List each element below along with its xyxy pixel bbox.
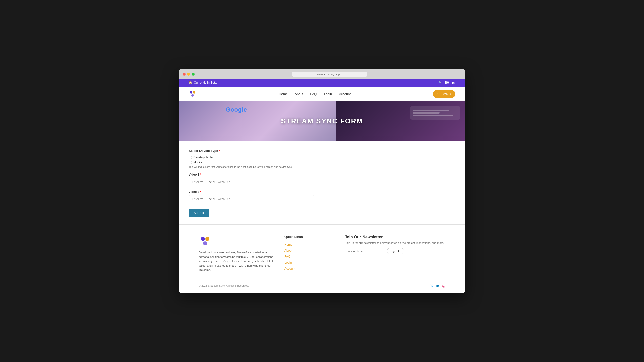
- hero-banner: Google STREAM SYNC FORM: [179, 101, 465, 141]
- footer-grid: Developed by a solo designer, StreamSync…: [199, 235, 445, 273]
- nav-login[interactable]: Login: [324, 92, 332, 96]
- hero-bar-2: [413, 112, 440, 114]
- home-icon: 🏠: [189, 81, 192, 84]
- footer: Developed by a solo designer, StreamSync…: [179, 225, 465, 293]
- desktop-radio[interactable]: [189, 156, 192, 159]
- logo-icon: [189, 90, 197, 98]
- video2-field: Video 2 *: [189, 190, 455, 203]
- newsletter-email-input[interactable]: [345, 248, 385, 254]
- linkedin-social-icon[interactable]: in: [436, 284, 439, 288]
- radio-group: Desktop/Tablet Mobile: [189, 156, 455, 164]
- instagram-icon[interactable]: ◎: [442, 284, 445, 288]
- newsletter-title: Join Our Newsletter: [345, 235, 445, 239]
- mobile-radio-label[interactable]: Mobile: [189, 161, 455, 164]
- close-dot[interactable]: [183, 73, 186, 76]
- svg-point-2: [191, 94, 194, 97]
- svg-point-3: [201, 237, 205, 241]
- footer-home-link[interactable]: Home: [284, 243, 292, 246]
- address-bar-container: www.streamsync.pro: [198, 72, 461, 77]
- announcement-bar: 🏠 Currently In Beta 🔍 Bē in: [179, 79, 465, 87]
- svg-point-0: [190, 91, 192, 94]
- video1-required: *: [199, 173, 201, 176]
- video2-label: Video 2 *: [189, 190, 455, 194]
- video2-required: *: [199, 190, 201, 194]
- footer-newsletter: Join Our Newsletter Sign up for our news…: [345, 235, 445, 273]
- footer-account-link[interactable]: Account: [284, 267, 295, 270]
- newsletter-form: Sign Up: [345, 248, 445, 254]
- video1-field: Video 1 *: [189, 173, 455, 186]
- device-type-section: Select Device Type * Desktop/Tablet Mobi…: [189, 149, 455, 168]
- footer-links-section: Quick Links Home About FAQ Login Account: [284, 235, 335, 273]
- video1-input[interactable]: [189, 178, 314, 186]
- quick-links-title: Quick Links: [284, 235, 335, 239]
- browser-dots: [183, 73, 195, 76]
- video1-label: Video 1 *: [189, 173, 455, 176]
- hero-title: STREAM SYNC FORM: [281, 117, 363, 125]
- footer-login-link[interactable]: Login: [284, 261, 292, 264]
- required-marker: *: [218, 149, 220, 153]
- sync-button[interactable]: ⟳ SYNC: [433, 90, 455, 98]
- footer-links-list: Home About FAQ Login Account: [284, 242, 335, 271]
- behance-icon[interactable]: Bē: [445, 81, 449, 85]
- nav-home[interactable]: Home: [279, 92, 288, 96]
- form-hint: This will make sure that your experience…: [189, 166, 455, 168]
- nav-about[interactable]: About: [295, 92, 303, 96]
- svg-point-1: [193, 91, 195, 94]
- search-icon[interactable]: 🔍: [438, 81, 442, 85]
- submit-button[interactable]: Submit: [189, 209, 209, 217]
- sync-label: SYNC: [442, 92, 451, 96]
- twitter-icon[interactable]: 𝕏: [430, 284, 433, 288]
- footer-bottom: © 2024 J. Stream Sync. All Rights Reserv…: [199, 280, 445, 288]
- browser-chrome: www.streamsync.pro: [179, 69, 465, 79]
- announcement-left: 🏠 Currently In Beta: [189, 81, 217, 84]
- minimize-dot[interactable]: [187, 73, 190, 76]
- nav-faq[interactable]: FAQ: [310, 92, 317, 96]
- nav-links: Home About FAQ Login Account: [279, 92, 351, 96]
- svg-point-4: [205, 237, 209, 241]
- hero-bar-1: [413, 110, 449, 111]
- hero-bar-3: [413, 115, 453, 116]
- footer-copyright: © 2024 J. Stream Sync. All Rights Reserv…: [199, 284, 249, 287]
- mobile-label: Mobile: [193, 161, 202, 164]
- google-text: Google: [226, 106, 247, 113]
- footer-faq-link[interactable]: FAQ: [284, 255, 290, 258]
- hero-right-content: [410, 106, 460, 120]
- video2-input[interactable]: [189, 195, 314, 203]
- announcement-icons: 🔍 Bē in: [438, 81, 455, 85]
- newsletter-desc: Sign up for our newsletter to enjoy upda…: [345, 241, 445, 244]
- mobile-radio[interactable]: [189, 161, 192, 164]
- fullscreen-dot[interactable]: [192, 73, 195, 76]
- announcement-text: Currently In Beta: [194, 81, 217, 84]
- footer-logo-section: Developed by a solo designer, StreamSync…: [199, 235, 274, 273]
- address-bar[interactable]: www.streamsync.pro: [292, 72, 367, 77]
- nav-account[interactable]: Account: [339, 92, 351, 96]
- logo: [189, 90, 197, 98]
- sync-icon: ⟳: [437, 92, 440, 96]
- desktop-radio-label[interactable]: Desktop/Tablet: [189, 156, 455, 159]
- browser-content: 🏠 Currently In Beta 🔍 Bē in Home About: [179, 79, 465, 293]
- main-nav: Home About FAQ Login Account ⟳ SYNC: [179, 87, 465, 101]
- desktop-label: Desktop/Tablet: [193, 156, 213, 159]
- device-type-label: Select Device Type *: [189, 149, 455, 153]
- signup-button[interactable]: Sign Up: [387, 248, 404, 254]
- footer-social: 𝕏 in ◎: [430, 284, 445, 288]
- linkedin-icon[interactable]: in: [451, 81, 455, 85]
- footer-about-link[interactable]: About: [284, 249, 292, 252]
- footer-description: Developed by a solo designer, StreamSync…: [199, 250, 274, 273]
- form-section: Select Device Type * Desktop/Tablet Mobi…: [179, 141, 465, 224]
- svg-point-5: [203, 241, 207, 245]
- footer-logo-icon: [199, 235, 211, 247]
